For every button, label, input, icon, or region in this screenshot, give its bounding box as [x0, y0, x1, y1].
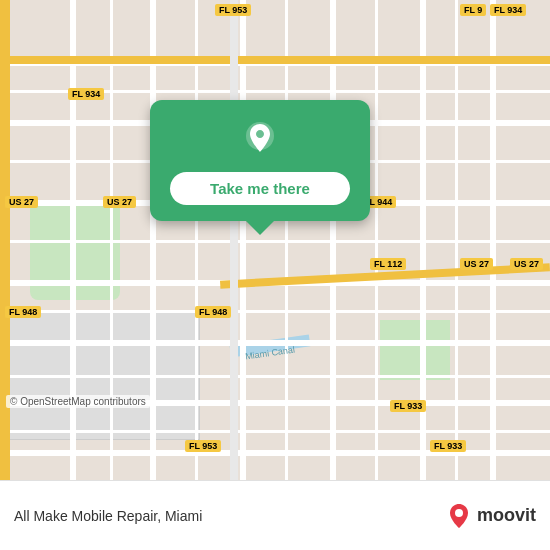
fl934-left-label: FL 934 — [68, 88, 104, 100]
us27-right2-label: US 27 — [510, 258, 543, 270]
fl933-bot-label: FL 933 — [430, 440, 466, 452]
moovit-pin-icon — [445, 502, 473, 530]
fl953-bot-label: FL 953 — [185, 440, 221, 452]
us27-right1-label: US 27 — [460, 258, 493, 270]
take-me-there-button[interactable]: Take me there — [170, 172, 350, 205]
location-pin-icon — [238, 118, 282, 162]
popup-card: Take me there — [150, 100, 370, 221]
fl948-mid-label: FL 948 — [195, 306, 231, 318]
map-container: FL 9 FL 934 FL 953 FL 934 US 27 US 27 FL… — [0, 0, 550, 480]
moovit-text: moovit — [477, 505, 536, 526]
moovit-logo: moovit — [445, 502, 536, 530]
fl934-tr-label: FL 934 — [490, 4, 526, 16]
fl112-label: FL 112 — [370, 258, 406, 270]
fl9-label: FL 9 — [460, 4, 486, 16]
us27-left2-label: US 27 — [103, 196, 136, 208]
us27-left-label: US 27 — [5, 196, 38, 208]
svg-point-1 — [455, 509, 463, 517]
bottom-bar: All Make Mobile Repair, Miami moovit — [0, 480, 550, 550]
fl948-left-label: FL 948 — [5, 306, 41, 318]
fl933-label: FL 933 — [390, 400, 426, 412]
fl953-top-label: FL 953 — [215, 4, 251, 16]
osm-attribution: © OpenStreetMap contributors — [6, 395, 150, 408]
app-title: All Make Mobile Repair, Miami — [14, 508, 202, 524]
